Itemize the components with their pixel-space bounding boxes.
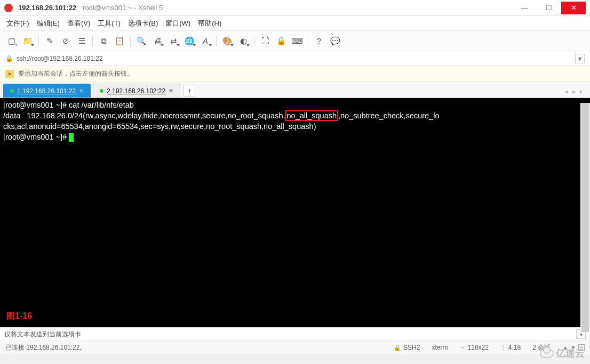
status-connection: 已连接 192.168.26.101:22。 [5,343,382,352]
reconnect-icon[interactable]: ✎ [42,34,57,48]
tab-session-1[interactable]: 1 192.168.26.101:22 ✕ [3,84,91,98]
status-dot-icon [10,89,14,93]
scrollbar-thumb[interactable] [581,103,589,332]
menu-view[interactable]: 查看(V) [67,19,90,28]
toolbar: ▢+ 📁 ✎ ⊘ ☰ ⧉ 📋 🔍 🖨 ⇄ 🌐 A 🎨 ◐ ⛶ 🔒 ⌨ ? 💬 [0,31,590,51]
lock-small-icon: 🔒 [5,55,13,62]
close-button[interactable]: ✕ [561,2,586,14]
open-session-icon[interactable]: 📁 [20,34,35,48]
fullscreen-icon[interactable]: ⛶ [258,34,273,48]
info-text: 要添加当前会话，点击左侧的箭头按钮。 [18,69,133,78]
menu-file[interactable]: 文件(F) [6,19,29,28]
disconnect-icon[interactable]: ⊘ [58,34,73,48]
forum-icon[interactable]: 💬 [328,34,342,48]
tab-list-icon[interactable]: ▾ [579,88,583,95]
status-protocol: SSH2 [403,344,420,351]
color-scheme-icon[interactable]: 🎨 [220,34,235,48]
tab-nav: ◄ ► ▾ [563,88,587,98]
globe-icon[interactable]: 🌐 [182,34,197,48]
transfer-icon[interactable]: ⇄ [166,34,181,48]
minimize-button[interactable]: — [512,2,537,14]
keyboard-icon[interactable]: ⌨ [290,34,305,48]
window-title-main: 192.168.26.101:22 [18,4,76,12]
titlebar: 192.168.26.101:22 root@vms001:~ - Xshell… [0,0,590,16]
watermark-text: 亿速云 [556,347,585,360]
terminal-scrollbar[interactable] [580,103,590,332]
toolbar-separator [216,35,217,47]
properties-icon[interactable]: ☰ [74,34,89,48]
menu-window[interactable]: 窗口(W) [165,19,190,28]
tab-bar: 1 192.168.26.101:22 ✕ 2 192.168.26.102:2… [0,82,590,98]
menu-edit[interactable]: 编辑(E) [37,19,60,28]
maximize-button[interactable]: ☐ [537,2,561,14]
lock-status-icon: 🔒 [394,344,401,351]
toolbar-separator [130,35,131,47]
send-destination-bar: 仅将文本发送到当前选项卡 ▾ [0,327,590,341]
watermark: 亿速云 [540,347,585,360]
menu-help[interactable]: 帮助(H) [198,19,221,28]
status-dot-icon [100,89,103,93]
copy-icon[interactable]: ⧉ [96,34,111,48]
toolbar-separator [38,35,39,47]
tab1-label: 1 192.168.26.101:22 [17,87,76,95]
tab-close-icon[interactable]: ✕ [79,87,84,94]
size-icon: ↔ [459,344,465,351]
terminal-line-2a: /data 192.168.26.0/24(rw,async,wdelay,hi… [3,111,285,120]
address-bar: 🔒 ssh://root@192.168.26.101:22 ▾ [0,51,590,66]
paste-icon[interactable]: 📋 [112,34,127,48]
cursor-icon [69,133,74,142]
new-tab-button[interactable]: + [184,85,195,96]
status-term-type: xterm [432,344,448,351]
info-bar: ➤ 要添加当前会话，点击左侧的箭头按钮。 [0,66,590,82]
terminal-line-1: [root@vms001 ~]# cat /var/lib/nfs/etab [3,101,134,109]
status-size: 118x22 [467,344,488,351]
status-bar: 已连接 192.168.26.101:22。 🔒SSH2 xterm ↔118x… [0,341,590,354]
menu-tabs[interactable]: 选项卡(B) [128,19,158,28]
help-icon[interactable]: ? [312,34,326,48]
address-dropdown-button[interactable]: ▾ [575,54,585,63]
new-session-icon[interactable]: ▢+ [4,34,19,48]
lock-icon[interactable]: 🔒 [274,34,289,48]
tab-close-icon[interactable]: ✕ [169,87,173,94]
add-session-arrow-icon[interactable]: ➤ [5,70,14,78]
terminal-line-3: cks,acl,anonuid=65534,anongid=65534,sec=… [3,122,316,131]
tab-session-2[interactable]: 2 192.168.26.102:22 ✕ [93,84,180,98]
script-icon[interactable]: ◐ [236,34,251,48]
window-title-sub: root@vms001:~ - Xshell 5 [83,4,163,12]
toolbar-separator [308,35,308,47]
tab2-label: 2 192.168.26.102:22 [107,87,165,95]
app-icon [4,4,13,12]
figure-label: 图1-16 [6,311,32,321]
address-url[interactable]: ssh://root@192.168.26.101:22 [17,55,103,62]
tab-next-icon[interactable]: ► [571,88,577,95]
menu-tools[interactable]: 工具(T) [98,19,121,28]
print-icon[interactable]: 🖨 [150,34,165,48]
toolbar-separator [92,35,93,47]
menubar: 文件(F) 编辑(E) 查看(V) 工具(T) 选项卡(B) 窗口(W) 帮助(… [0,16,590,31]
terminal-line-2b: ,no_subtree_check,secure_lo [338,111,439,120]
font-icon[interactable]: A [198,34,213,48]
destination-text: 仅将文本发送到当前选项卡 [4,330,81,339]
search-icon[interactable]: 🔍 [134,34,149,48]
toolbar-separator [254,35,254,47]
tab-prev-icon[interactable]: ◄ [563,88,569,95]
status-position: 4,18 [508,344,521,351]
cloud-icon [540,349,554,358]
terminal[interactable]: [root@vms001 ~]# cat /var/lib/nfs/etab /… [0,98,590,327]
highlighted-option: no_all_squash [285,110,339,121]
terminal-prompt: [root@vms001 ~]# [3,133,69,141]
position-icon: ⋮ [500,344,506,351]
